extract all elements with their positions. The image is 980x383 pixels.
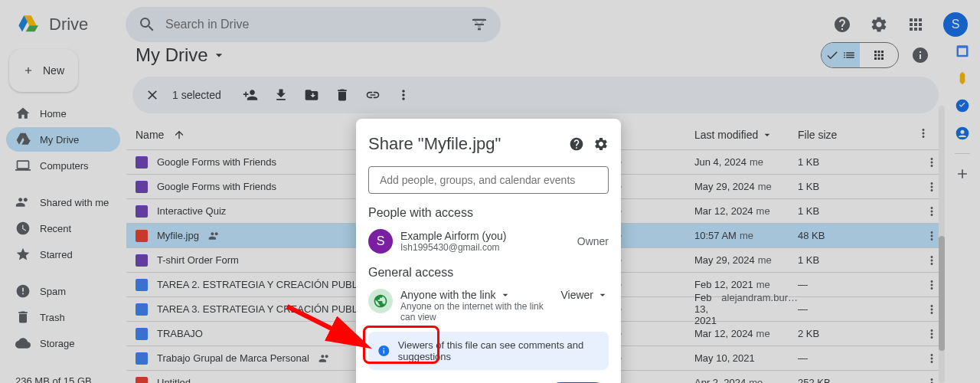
add-people-input[interactable] [368,166,609,194]
info-banner: Viewers of this file can see comments an… [368,332,609,370]
person-role: Owner [577,235,609,247]
person-name: Example Airform (you) [400,230,570,242]
access-row: Anyone with the link Anyone on the inter… [368,289,609,322]
globe-icon [368,289,393,313]
person-row: S Example Airform (you) Ish1995430@gmail… [368,229,609,254]
person-avatar: S [368,229,393,254]
person-email: Ish1995430@gmail.com [400,242,570,253]
access-description: Anyone on the internet with the link can… [400,301,553,322]
people-section-title: People with access [368,206,609,220]
access-type-dropdown[interactable]: Anyone with the link [400,289,553,301]
role-dropdown[interactable]: Viewer [560,289,609,301]
dialog-help-icon[interactable] [569,136,584,152]
info-icon [377,343,390,358]
general-section-title: General access [368,266,609,280]
dialog-settings-icon[interactable] [593,136,609,152]
share-dialog: Share "Myfile.jpg" People with access S … [356,119,621,383]
dialog-title: Share "Myfile.jpg" [368,134,560,154]
